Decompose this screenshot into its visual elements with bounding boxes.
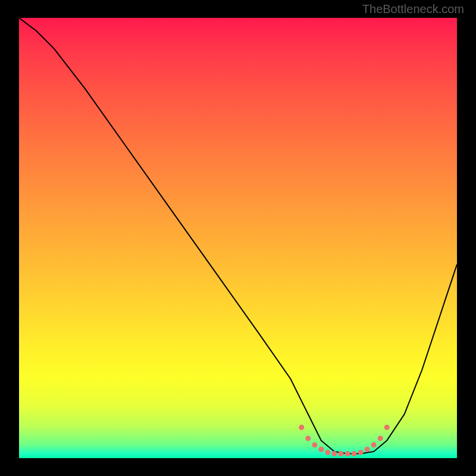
chart-plot-area (19, 18, 457, 458)
curve-dot (305, 436, 311, 441)
curve-dotted-bottom (299, 425, 390, 456)
curve-dot (358, 450, 364, 455)
curve-dot (345, 451, 350, 456)
curve-dot (318, 447, 324, 452)
curve-dot (325, 450, 330, 455)
curve-line (19, 18, 457, 454)
curve-dot (331, 451, 337, 456)
curve-dot (299, 425, 304, 430)
watermark-text: TheBottleneck.com (362, 2, 464, 16)
curve-dot (365, 447, 370, 452)
curve-dot (384, 425, 390, 430)
curve-dot (312, 442, 317, 447)
curve-dot (352, 451, 357, 456)
curve-dot (378, 436, 383, 441)
curve-dot (371, 442, 377, 447)
chart-curve-svg (19, 18, 457, 458)
curve-dot (338, 451, 343, 456)
